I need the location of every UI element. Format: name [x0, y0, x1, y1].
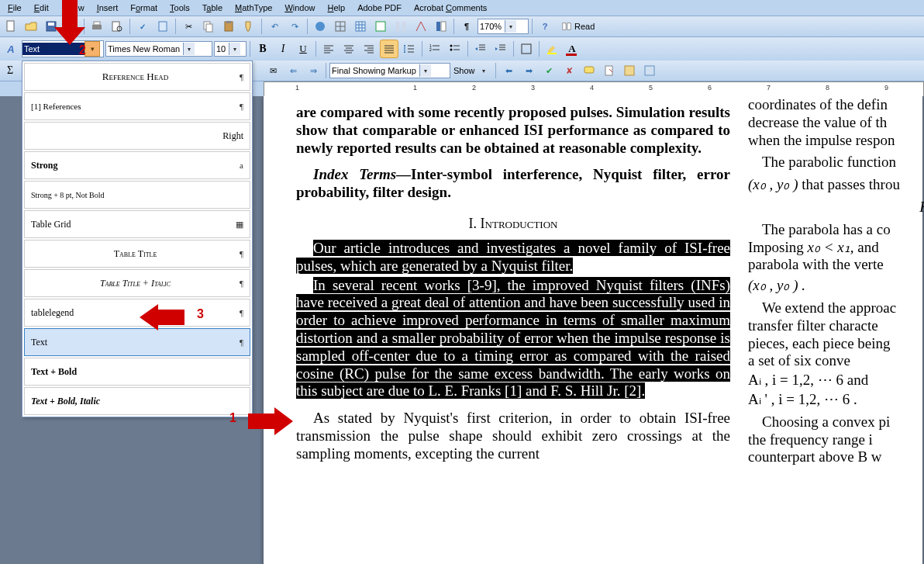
style-option[interactable]: Table Title + Italic¶	[24, 269, 250, 297]
style-option[interactable]: Reference Head¶	[24, 63, 250, 91]
redo-icon[interactable]: ↷	[285, 17, 304, 36]
document-page: are compared with some recently proposed…	[264, 96, 922, 564]
drawing-icon[interactable]	[412, 17, 430, 36]
style-option[interactable]: Strong + 8 pt, Not Bold	[24, 181, 250, 209]
prev-icon[interactable]: ⬅	[499, 61, 518, 80]
insert-table-icon[interactable]	[351, 17, 370, 36]
dropdown-arrow-icon[interactable]	[478, 64, 489, 77]
col2-line: pieces, each piece being	[748, 335, 924, 353]
increase-indent-icon[interactable]	[491, 40, 510, 58]
reject-icon[interactable]: ✘	[560, 61, 578, 80]
track-changes-icon[interactable]	[600, 61, 619, 80]
menu-acrobat[interactable]: Acrobat Comments	[408, 2, 493, 14]
col2-eq: Aᵢ ' , i = 1,2, ⋯ 6 .	[748, 391, 924, 409]
decrease-indent-icon[interactable]	[471, 40, 490, 58]
menu-adobepdf[interactable]: Adobe PDF	[351, 2, 408, 14]
style-option-label: Strong + 8 pt, Not Bold	[31, 191, 243, 199]
accept-icon[interactable]: ✔	[540, 61, 558, 80]
borders-icon[interactable]	[517, 40, 536, 58]
style-option-label: Table Title	[31, 248, 240, 260]
highlight-icon[interactable]	[543, 40, 561, 58]
style-option[interactable]: [1] References¶	[24, 92, 250, 120]
dropdown-arrow-icon[interactable]	[419, 64, 431, 77]
read-button[interactable]: Read	[556, 17, 600, 36]
col2-line: parabola with the verte	[748, 256, 924, 274]
annotation-number-3: 3	[197, 307, 204, 321]
col2-line: counterpart above B w	[748, 448, 924, 466]
svg-rect-24	[396, 22, 399, 31]
svg-rect-25	[402, 22, 405, 31]
zoom-combo[interactable]: 170%	[478, 19, 529, 34]
document-map-icon[interactable]	[432, 17, 450, 36]
print-icon[interactable]	[88, 17, 106, 36]
cut-icon[interactable]: ✂	[179, 17, 198, 36]
print-preview-icon[interactable]	[108, 17, 126, 36]
menu-format[interactable]: Format	[124, 2, 164, 14]
italic-button[interactable]: I	[274, 40, 292, 58]
menu-edit[interactable]: Edit	[28, 2, 55, 14]
menu-help[interactable]: Help	[322, 2, 352, 14]
font-color-icon[interactable]: A	[563, 40, 581, 58]
dropdown-arrow-icon[interactable]	[505, 20, 516, 33]
style-option[interactable]: Table Title¶	[24, 240, 250, 268]
open-icon[interactable]	[22, 17, 40, 36]
style-option[interactable]: Text¶	[24, 328, 250, 356]
bold-button[interactable]: B	[253, 40, 272, 58]
menu-tools[interactable]: Tools	[164, 2, 196, 14]
menu-file[interactable]: FFileile	[2, 2, 28, 14]
align-center-icon[interactable]	[340, 40, 358, 58]
format-painter-icon[interactable]	[240, 17, 258, 36]
hyperlink-icon[interactable]	[311, 17, 329, 36]
align-right-icon[interactable]	[360, 40, 378, 58]
columns-icon[interactable]	[391, 17, 410, 36]
envelope-icon[interactable]: ✉	[264, 61, 282, 80]
show-formatting-icon[interactable]: ¶	[457, 17, 476, 36]
style-dropdown-arrow-icon[interactable]	[84, 41, 100, 57]
style-option-mark: ¶	[240, 308, 243, 317]
research-icon[interactable]	[153, 17, 172, 36]
next-icon[interactable]: ➡	[519, 61, 538, 80]
font-size-combo[interactable]: 10	[214, 41, 247, 57]
align-justify-icon[interactable]	[380, 40, 398, 58]
menu-insert[interactable]: Insert	[91, 2, 125, 14]
style-option[interactable]: Text + Bold	[24, 358, 250, 386]
underline-button[interactable]: U	[294, 40, 312, 58]
numbering-icon[interactable]: 12	[426, 40, 444, 58]
col2-line: transfer filter characte	[748, 317, 924, 335]
svg-text:2: 2	[429, 47, 432, 52]
copy-icon[interactable]	[199, 17, 218, 36]
style-option[interactable]: Stronga	[24, 151, 250, 179]
balloons-icon[interactable]	[620, 61, 639, 80]
font-combo[interactable]: Times New Roman	[105, 41, 212, 57]
undo-icon[interactable]: ↶	[265, 17, 284, 36]
style-option[interactable]: Right	[24, 122, 250, 150]
comment-icon[interactable]	[580, 61, 598, 80]
reviewing-pane-icon[interactable]	[640, 61, 659, 80]
menu-table[interactable]: Table	[196, 2, 229, 14]
bullets-icon[interactable]	[446, 40, 464, 58]
menu-mathtype[interactable]: MathType	[229, 2, 278, 14]
paste-icon[interactable]	[219, 17, 238, 36]
style-option[interactable]: tablelegend¶	[24, 299, 250, 327]
style-option[interactable]: Table Grid▦	[24, 210, 250, 238]
align-left-icon[interactable]	[319, 40, 338, 58]
style-option[interactable]: Text + Bold, Italic	[24, 387, 250, 415]
help-icon[interactable]: ?	[536, 17, 554, 36]
line-spacing-icon[interactable]	[400, 40, 419, 58]
body-paragraph-2: In several recent works [3-9], the impro…	[296, 277, 730, 401]
horizontal-ruler[interactable]: 112345678910	[264, 81, 924, 97]
styles-pane-icon[interactable]: A	[2, 40, 20, 58]
prev-change-icon[interactable]: ⇐	[284, 61, 302, 80]
dropdown-arrow-icon[interactable]	[183, 43, 195, 55]
tables-borders-icon[interactable]	[331, 17, 350, 36]
spellcheck-icon[interactable]: ✓	[133, 17, 152, 36]
new-icon[interactable]	[2, 17, 20, 36]
show-combo[interactable]: Show	[452, 64, 492, 78]
markup-combo[interactable]: Final Showing Markup	[329, 63, 450, 78]
sigma-icon[interactable]: Σ	[1, 61, 19, 80]
style-option-label: Right	[31, 130, 243, 142]
menu-window[interactable]: Window	[278, 2, 321, 14]
insert-worksheet-icon[interactable]	[371, 17, 390, 36]
dropdown-arrow-icon[interactable]	[229, 43, 240, 55]
next-change-icon[interactable]: ⇒	[304, 61, 322, 80]
